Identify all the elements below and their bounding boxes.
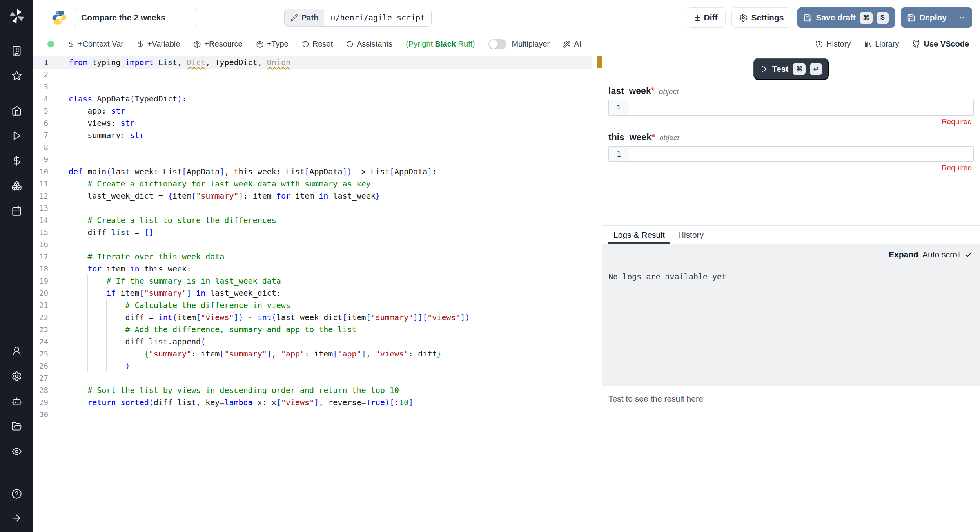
sidebar-item-users[interactable]: [11, 346, 22, 356]
assistants-status: (Pyright Black Ruff): [406, 40, 475, 49]
sidebar-item-settings[interactable]: [11, 371, 22, 382]
code-line[interactable]: 8: [33, 141, 592, 154]
tab-logs-result[interactable]: Logs & Result: [608, 226, 670, 244]
json-line-number: 1: [609, 100, 629, 115]
code-line[interactable]: 10def main(last_week: List[AppData], thi…: [33, 166, 592, 178]
tab-history[interactable]: History: [673, 226, 709, 244]
code-line[interactable]: 24 diff_list.append(: [33, 336, 592, 348]
sidebar-collapse-toggle[interactable]: [11, 512, 22, 523]
code-line[interactable]: 26 ): [33, 360, 592, 372]
check-icon[interactable]: [965, 251, 972, 259]
json-input-field[interactable]: [629, 147, 973, 161]
code-line[interactable]: 4class AppData(TypedDict):: [33, 93, 592, 105]
code-line[interactable]: 17 # Iterate over this_week data: [33, 251, 592, 263]
sidebar-item-runs[interactable]: [11, 130, 22, 141]
sidebar-item-resources[interactable]: [11, 180, 22, 191]
code-line[interactable]: 13: [33, 202, 592, 214]
library-label: Library: [875, 40, 899, 49]
language-status-dot: [47, 41, 54, 47]
test-button[interactable]: Test ⌘ ↵: [753, 58, 829, 80]
sidebar-item-schedules[interactable]: [11, 205, 22, 216]
code-line[interactable]: 9: [33, 154, 592, 166]
code-line[interactable]: 18 for item in this_week:: [33, 263, 592, 275]
sidebar-item-workers[interactable]: [11, 396, 22, 407]
code-line[interactable]: 3: [33, 81, 592, 93]
add-type-label: +Type: [267, 40, 289, 49]
line-number: 18: [33, 263, 69, 275]
code-line[interactable]: 12 last_week_dict = {item["summary"]: it…: [33, 190, 592, 202]
line-number: 16: [33, 239, 69, 251]
code-line[interactable]: 16: [33, 239, 592, 251]
code-line[interactable]: 25 {"summary": item["summary"], "app": i…: [33, 348, 592, 360]
line-number: 11: [33, 178, 69, 190]
code-line[interactable]: 23 # Add the difference, summary and app…: [33, 324, 592, 336]
add-context-var-button[interactable]: +Context Var: [67, 40, 123, 49]
code-line[interactable]: 22 diff = int(item["views"]) - int(last_…: [33, 311, 592, 324]
code-line[interactable]: 29 return sorted(diff_list, key=lambda x…: [33, 396, 592, 409]
dollar-sign-icon: [67, 40, 75, 48]
history-button[interactable]: History: [815, 40, 851, 49]
library-button[interactable]: Library: [864, 40, 899, 49]
code-line[interactable]: 11 # Create a dictionary for last_week d…: [33, 178, 592, 190]
save-draft-button[interactable]: Save draft ⌘ S: [797, 7, 895, 28]
sidebar-item-help[interactable]: [11, 488, 22, 499]
sidebar-item-variables[interactable]: [11, 155, 22, 166]
diff-button[interactable]: ± Diff: [687, 7, 725, 28]
code-line[interactable]: 21 # Calculate the difference in views: [33, 299, 592, 311]
reset-button[interactable]: Reset: [302, 40, 333, 49]
autoscroll-toggle[interactable]: Auto scroll: [922, 250, 961, 259]
arg-json-input-this-week[interactable]: 1: [608, 146, 974, 162]
add-variable-button[interactable]: +Variable: [137, 40, 180, 49]
code-line[interactable]: 2: [33, 69, 592, 81]
multiplayer-control: Multiplayer: [488, 39, 550, 49]
code-line[interactable]: 30: [33, 409, 592, 421]
deploy-divider: [953, 7, 953, 28]
arg-label-row: last_week* object: [608, 86, 974, 96]
windmill-logo[interactable]: [0, 0, 33, 33]
history-label: History: [826, 40, 851, 49]
sidebar-item-home[interactable]: [11, 105, 22, 116]
chevron-down-icon[interactable]: [958, 14, 966, 22]
path-widget[interactable]: Path u/henri/agile_script: [284, 9, 432, 27]
eye-icon: [11, 446, 22, 457]
code-line[interactable]: 5 app: str: [33, 105, 592, 117]
sidebar-item-audit-logs[interactable]: [11, 446, 22, 457]
line-number: 5: [33, 105, 69, 117]
code-line[interactable]: 15 diff_list = []: [33, 226, 592, 239]
code-line[interactable]: 20 if item["summary"] in last_week_dict:: [33, 287, 592, 299]
add-type-button[interactable]: +Type: [256, 40, 289, 49]
editor-overview-ruler[interactable]: [592, 53, 602, 532]
clock-history-icon: [815, 40, 823, 48]
code-line[interactable]: 28 # Sort the list by views in descendin…: [33, 384, 592, 396]
multiplayer-toggle[interactable]: [488, 39, 506, 49]
sidebar-item-favorites[interactable]: [11, 70, 22, 81]
deploy-button[interactable]: Deploy: [901, 7, 972, 28]
expand-button[interactable]: Expand: [889, 250, 918, 259]
test-button-row: Test ⌘ ↵: [608, 58, 974, 80]
script-title-input[interactable]: [74, 8, 197, 27]
line-number: 25: [33, 348, 69, 360]
user-icon: [11, 346, 22, 356]
path-edit-segment[interactable]: Path: [285, 9, 324, 26]
json-input-field[interactable]: [629, 100, 973, 115]
assistants-button[interactable]: Assistants: [346, 40, 392, 49]
code-line[interactable]: 14 # Create a list to store the differen…: [33, 214, 592, 226]
sidebar-item-workspace[interactable]: [11, 45, 22, 56]
use-vscode-button[interactable]: Use VScode: [912, 40, 969, 49]
warning-marker: [597, 56, 602, 68]
add-resource-button[interactable]: +Resource: [193, 40, 242, 49]
library-bars-icon: [864, 40, 872, 48]
ai-button[interactable]: AI: [563, 40, 581, 49]
code-line[interactable]: 27: [33, 372, 592, 384]
robot-icon: [11, 396, 22, 407]
settings-button[interactable]: Settings: [731, 7, 792, 28]
sidebar-item-folders[interactable]: [11, 421, 22, 432]
code-editor[interactable]: 1from typing import List, Dict, TypedDic…: [33, 53, 602, 532]
code-line[interactable]: 1from typing import List, Dict, TypedDic…: [33, 56, 592, 69]
line-number: 30: [33, 409, 69, 421]
code-line[interactable]: 6 views: str: [33, 117, 592, 129]
path-value[interactable]: u/henri/agile_script: [324, 9, 431, 26]
arg-json-input-last-week[interactable]: 1: [608, 100, 974, 116]
code-line[interactable]: 19 # If the summary is in last_week data: [33, 275, 592, 287]
code-line[interactable]: 7 summary: str: [33, 129, 592, 141]
